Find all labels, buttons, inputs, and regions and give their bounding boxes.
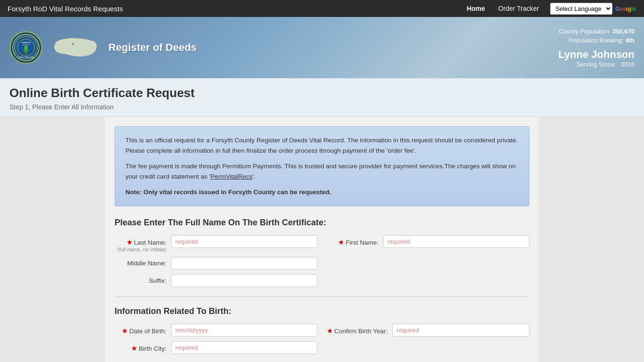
- svg-text:FORSYTH: FORSYTH: [21, 41, 30, 44]
- county-seal: FORSYTH COUNTY NORTH CAROLINA: [9, 31, 42, 64]
- suffix-row: Suffix:: [115, 274, 317, 287]
- first-name-label: ★First Name:: [327, 235, 379, 247]
- first-name-required-star: ★: [338, 238, 344, 246]
- nav-order-tracker[interactable]: Order Tracker: [496, 1, 541, 16]
- pop-rank-value: 4th: [626, 37, 635, 44]
- info-paragraph-1: This is an official request for a Forsyt…: [125, 135, 519, 156]
- county-seal-inner: FORSYTH COUNTY NORTH CAROLINA: [12, 34, 40, 61]
- name-row-3: Suffix:: [115, 274, 529, 287]
- dob-row: ★Date of Birth:: [115, 324, 317, 337]
- page-title-section: Online Birth Certificate Request Step 1,…: [0, 78, 644, 117]
- svg-text:NORTH CAROLINA: NORTH CAROLINA: [18, 57, 33, 58]
- middle-name-row: Middle Name:: [115, 257, 317, 270]
- birth-city-label-text: Birth City:: [139, 345, 166, 352]
- county-pop-label: County Population:: [559, 28, 611, 35]
- serving-since-label: Serving Since:: [576, 61, 616, 68]
- birth-city-required-star: ★: [131, 344, 137, 352]
- pop-rank-label: Population Ranking:: [569, 37, 624, 44]
- register-of-deeds-title: Register of Deeds: [108, 41, 197, 54]
- info-p2-suffix: '.: [252, 173, 255, 180]
- last-name-required-star: ★: [126, 238, 132, 246]
- serving-since: Serving Since: 2016: [558, 61, 635, 68]
- first-name-label-text: First Name:: [346, 239, 379, 246]
- info-p2-prefix: The fee payment is made through Permitiu…: [125, 163, 516, 180]
- info-note: Note: Only vital records issued in Forsy…: [125, 187, 519, 197]
- confirm-birth-year-input[interactable]: [392, 324, 529, 337]
- svg-rect-9: [72, 43, 74, 45]
- serving-since-year: 2016: [621, 61, 635, 68]
- birth-city-label: ★Birth City:: [115, 341, 166, 353]
- page-title: Online Birth Certificate Request: [9, 86, 635, 100]
- dob-input[interactable]: [171, 324, 317, 337]
- last-name-input[interactable]: [171, 235, 317, 248]
- last-name-sublabel: (full name, no initials): [115, 247, 166, 252]
- last-name-label: ★Last Name: (full name, no initials): [115, 235, 166, 252]
- birth-row-1: ★Date of Birth: ★Confirm Birth Year:: [115, 324, 529, 337]
- last-name-label-text: Last Name:: [134, 239, 166, 246]
- step-label: Step 1, Please Enter All Information: [9, 103, 635, 111]
- svg-rect-7: [25, 53, 27, 55]
- header-right: County Population: 350,670 Population Ra…: [558, 28, 635, 68]
- main-container: This is an official request for a Forsyt…: [105, 117, 539, 362]
- site-title: Forsyth RoD Vital Records Requests: [8, 5, 465, 13]
- section-divider: [115, 296, 529, 297]
- population-ranking: Population Ranking: 4th: [558, 37, 635, 44]
- confirm-birth-year-required-star: ★: [327, 327, 333, 335]
- first-name-input[interactable]: [383, 235, 529, 248]
- suffix-input[interactable]: [171, 274, 317, 287]
- name-row-2: Middle Name:: [115, 257, 529, 270]
- google-label: Google: [615, 5, 636, 12]
- info-note-text: Note: Only vital records issued in Forsy…: [125, 189, 331, 196]
- top-nav: Home Order Tracker: [465, 1, 541, 16]
- dob-label: ★Date of Birth:: [115, 324, 166, 335]
- dob-label-text: Date of Birth:: [129, 328, 166, 335]
- birth-row-3: Birth County: Forsyth County: [115, 359, 529, 362]
- first-name-row: ★First Name:: [327, 235, 529, 252]
- language-select[interactable]: Select LanguageEnglishSpanishFrenchGerma…: [550, 3, 612, 15]
- suffix-right-spacer: [327, 274, 529, 287]
- birth-section-title: Information Related To Birth:: [115, 306, 529, 316]
- name-row-1: ★Last Name: (full name, no initials) ★Fi…: [115, 235, 529, 252]
- perm-vital-recs-link[interactable]: PermVitalRecs: [210, 173, 252, 180]
- birth-city-input[interactable]: [171, 341, 317, 354]
- middle-name-right-spacer: [327, 257, 529, 270]
- confirm-birth-year-label-text: Confirm Birth Year:: [334, 328, 388, 335]
- confirm-birth-year-label: ★Confirm Birth Year:: [327, 324, 388, 335]
- birth-county-label: Birth County:: [115, 359, 166, 362]
- name-section-title: Please Enter The Full Name On The Birth …: [115, 218, 529, 228]
- middle-name-label-text: Middle Name:: [127, 260, 166, 267]
- last-name-row: ★Last Name: (full name, no initials): [115, 235, 317, 252]
- county-pop-value: 350,670: [612, 28, 635, 35]
- middle-name-input[interactable]: [171, 257, 317, 270]
- header-banner: FORSYTH COUNTY NORTH CAROLINA Register o…: [0, 17, 644, 78]
- birth-county-row: Birth County: Forsyth County: [115, 359, 317, 362]
- nav-home[interactable]: Home: [465, 1, 487, 16]
- language-selector-wrapper: Select LanguageEnglishSpanishFrenchGerma…: [550, 3, 636, 15]
- top-navbar: Forsyth RoD Vital Records Requests Home …: [0, 0, 644, 17]
- info-paragraph-2: The fee payment is made through Permitiu…: [125, 161, 519, 181]
- birth-city-row: ★Birth City:: [115, 341, 317, 354]
- info-box: This is an official request for a Forsyt…: [115, 126, 529, 206]
- birth-county-radio-group: Forsyth County: [171, 359, 226, 362]
- suffix-label: Suffix:: [115, 274, 166, 284]
- confirm-birth-year-row: ★Confirm Birth Year:: [327, 324, 529, 337]
- logo-area: FORSYTH COUNTY NORTH CAROLINA Register o…: [9, 31, 197, 64]
- birth-row-2: ★Birth City:: [115, 341, 529, 354]
- official-name: Lynne Johnson: [558, 49, 635, 61]
- suffix-label-text: Suffix:: [149, 277, 166, 284]
- birth-county-right-spacer: [327, 359, 529, 362]
- middle-name-label: Middle Name:: [115, 257, 166, 267]
- dob-required-star: ★: [122, 327, 128, 335]
- birth-city-right-spacer: [327, 341, 529, 354]
- county-population: County Population: 350,670: [558, 28, 635, 35]
- nc-map: [52, 31, 99, 64]
